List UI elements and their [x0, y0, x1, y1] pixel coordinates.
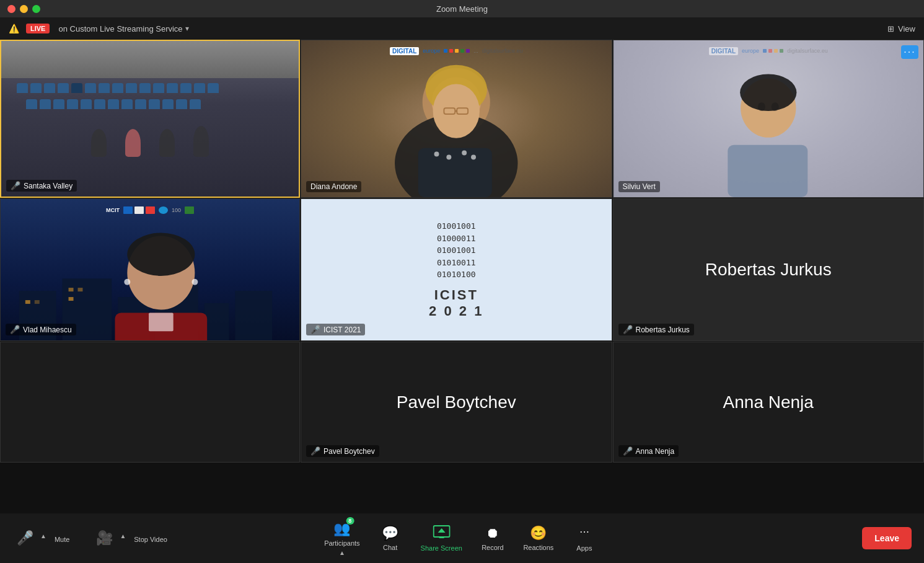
seat: [153, 83, 164, 93]
chat-button[interactable]: 💬 Chat: [375, 525, 406, 551]
icist-binary: 01001001 01000011 01001001 01010011 0101…: [437, 220, 476, 281]
seat: [53, 99, 64, 109]
video-tile-santaka: 🎤 Santaka Valley: [0, 40, 300, 198]
video-tile-silviu: DIGITAL europe digitalsurface.eu: [613, 40, 925, 198]
person-vlad: [1, 199, 299, 340]
video-caret[interactable]: ▲: [117, 533, 129, 539]
stop-video-label: Stop Video: [134, 536, 167, 543]
participant-name-silviu: Silviu Vert: [623, 182, 656, 191]
icist-content: 01001001 01000011 01001001 01010011 0101…: [301, 199, 612, 340]
seat: [135, 99, 146, 109]
close-button[interactable]: [7, 5, 15, 13]
options-menu-button[interactable]: ···: [901, 45, 918, 59]
svg-point-7: [446, 155, 451, 160]
participant-name-vlad: Vlad Mihaescu: [23, 326, 72, 334]
view-button[interactable]: ⊞ View: [887, 24, 915, 33]
participant-name-icist: ICIST 2021: [323, 326, 361, 334]
toolbar: 🎤 ▲ Mute 🎥 ▲ Stop Video 👥: [0, 513, 924, 563]
svg-rect-41: [439, 537, 444, 538]
video-tile-vlad: MCIT 100: [0, 198, 300, 341]
titlebar: Zoom Meeting: [0, 0, 924, 17]
seat: [44, 83, 55, 93]
mute-button[interactable]: 🎤: [12, 530, 37, 546]
record-icon: ⏺: [486, 525, 499, 541]
apps-button[interactable]: ⋯ Apps: [569, 525, 600, 552]
svg-rect-35: [149, 313, 174, 331]
seat: [162, 99, 174, 109]
chat-icon: 💬: [382, 525, 398, 541]
participant-label-santaka: 🎤 Santaka Valley: [6, 180, 77, 192]
leave-button[interactable]: Leave: [862, 527, 912, 549]
seat-occupied: [71, 83, 82, 93]
seat: [121, 99, 133, 109]
seat: [30, 83, 42, 93]
video-tile-icist: 01001001 01000011 01001001 01010011 0101…: [301, 198, 612, 341]
seat: [149, 99, 160, 109]
share-screen-button[interactable]: Share Screen: [421, 525, 462, 552]
participants-count-badge: 8: [346, 517, 354, 525]
participant-label-anna: 🎤 Anna Nenja: [618, 445, 679, 457]
binary-line-4: 01010011: [437, 257, 476, 269]
person-diana: [301, 40, 612, 197]
live-bar: ⚠️ LIVE on Custom Live Streaming Service…: [0, 17, 924, 40]
video-grid: 🎤 Santaka Valley DIGITAL europe ... digi…: [0, 40, 924, 513]
participant-label-pavel: 🎤 Pavel Boytchev: [306, 445, 379, 457]
svg-text:⋯: ⋯: [579, 526, 589, 537]
seat: [99, 83, 110, 93]
binary-line-5: 01010100: [437, 268, 476, 281]
streaming-label: on Custom Live Streaming Service ▾: [58, 24, 188, 33]
video-tile-diana: DIGITAL europe ... digitalsurface.eu: [301, 40, 612, 198]
mute-button-group: 🎤 ▲: [12, 530, 50, 546]
seat: [85, 83, 96, 93]
camera-icon: 🎥: [96, 530, 113, 546]
svg-rect-16: [728, 145, 807, 197]
binary-line-3: 01001001: [437, 244, 476, 257]
toolbar-right: Leave: [862, 527, 912, 549]
mute-caret[interactable]: ▲: [37, 533, 50, 539]
participants-label: Participants: [324, 539, 359, 547]
microphone-icon: 🎤: [17, 530, 33, 546]
ceiling-area: [1, 41, 299, 78]
svg-point-37: [191, 279, 198, 285]
maximize-button[interactable]: [32, 5, 40, 13]
record-button[interactable]: ⏺ Record: [477, 525, 508, 551]
participant-name-diana: Diana Andone: [310, 182, 357, 191]
participant-name-robertas: Robertas Jurkus: [636, 326, 690, 334]
seat: [40, 99, 51, 109]
chat-label: Chat: [383, 544, 397, 551]
svg-point-33: [127, 233, 195, 276]
minimize-button[interactable]: [20, 5, 28, 13]
seat: [194, 83, 205, 93]
seat: [176, 99, 187, 109]
video-tile-anna: Anna Nenja 🎤 Anna Nenja: [613, 342, 925, 463]
participant-label-robertas: 🎤 Robertas Jurkus: [618, 324, 694, 335]
participant-label-icist: 🎤 ICIST 2021: [306, 324, 365, 335]
seat: [58, 83, 69, 93]
participant-name-pavel: Pavel Boytchev: [323, 447, 375, 456]
share-screen-label: Share Screen: [421, 544, 462, 552]
dropdown-arrow-icon[interactable]: ▾: [185, 24, 189, 33]
share-screen-icon: [433, 525, 450, 542]
microphone-muted-icon-anna: 🎤: [623, 446, 633, 456]
traffic-lights: [7, 5, 40, 13]
microphone-muted-icon: 🎤: [11, 181, 20, 190]
microphone-muted-icon-pavel: 🎤: [310, 446, 320, 456]
participants-button[interactable]: 👥 8 Participants ▲: [324, 521, 359, 556]
svg-point-15: [740, 74, 796, 112]
video-tile-pavel: Pavel Boytchev 🎤 Pavel Boytchev: [301, 342, 612, 463]
warning-icon: ⚠️: [9, 24, 19, 33]
svg-rect-5: [418, 148, 492, 197]
svg-point-9: [471, 155, 476, 160]
stop-video-button[interactable]: 🎥: [92, 530, 117, 546]
participants-caret-icon: ▲: [339, 549, 345, 556]
audience-background: [1, 41, 299, 197]
seat: [17, 83, 28, 93]
diana-camera-feed: DIGITAL europe ... digitalsurface.eu: [301, 40, 612, 197]
reactions-button[interactable]: 😊 Reactions: [523, 525, 554, 551]
participants-icon: 👥 8: [333, 521, 350, 537]
pavel-name-display: Pavel Boytchev: [397, 392, 516, 412]
seat: [180, 83, 191, 93]
robertas-camera-feed: Robertas Jurkus: [614, 199, 924, 340]
video-tile-empty: [0, 342, 300, 463]
video-tile-robertas: Robertas Jurkus 🎤 Robertas Jurkus: [613, 198, 925, 341]
